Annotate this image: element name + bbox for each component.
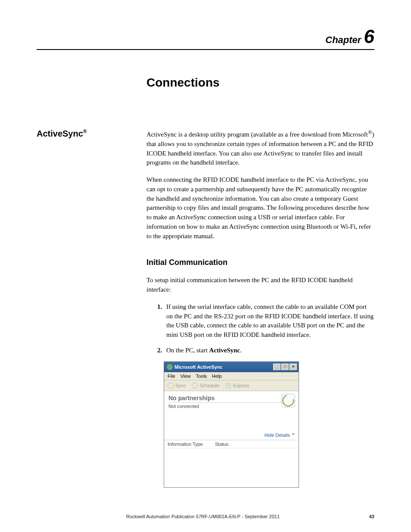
chapter-number: 6 — [364, 26, 374, 47]
close-button[interactable]: × — [290, 364, 297, 370]
window-body: No partnerships Not connected — [164, 391, 299, 432]
body-paragraph-3: To setup initial communication between t… — [146, 276, 374, 295]
window-controls: _ □ × — [273, 364, 297, 370]
details-header: Information Type Status — [164, 440, 299, 448]
menu-help[interactable]: Help — [212, 373, 222, 379]
column-info-type[interactable]: Information Type — [168, 442, 215, 447]
publication-id: Rockwell Automation Publication 57RF-UM0… — [126, 514, 280, 519]
step-item: If using the serial interface cable, con… — [164, 302, 374, 340]
details-panel: Information Type Status — [164, 440, 299, 487]
status-subtitle: Not connected — [168, 404, 294, 409]
chapter-header: Chapter 6 — [37, 26, 374, 50]
maximize-button[interactable]: □ — [281, 364, 289, 370]
page-footer: Rockwell Automation Publication 57RF-UM0… — [37, 514, 374, 519]
column-status[interactable]: Status — [215, 442, 228, 447]
chapter-label: Chapter — [325, 34, 361, 45]
toolbar-sync[interactable]: Sync — [168, 383, 186, 389]
sync-icon — [168, 383, 174, 389]
status-title: No partnerships — [168, 395, 294, 403]
page-number: 43 — [369, 514, 374, 519]
side-heading: ActiveSync® — [37, 128, 134, 139]
side-heading-text: ActiveSync — [37, 129, 83, 138]
menu-file[interactable]: File — [168, 373, 175, 379]
toolbar-explore[interactable]: Explore — [225, 383, 249, 389]
hide-details-link[interactable]: Hide Details ⌃ — [164, 432, 299, 440]
registered-mark: ® — [83, 128, 87, 134]
body-paragraph-2: When connecting the RFID ICODE handheld … — [146, 175, 374, 241]
activesync-logo — [281, 394, 295, 408]
menu-tools[interactable]: Tools — [196, 373, 207, 379]
window-title: Microsoft ActiveSync — [174, 364, 222, 370]
page-title: Connections — [146, 76, 374, 90]
registered-mark: ® — [368, 129, 372, 135]
toolbar-schedule[interactable]: Schedule — [192, 383, 219, 389]
toolbar: Sync Schedule Explore — [164, 380, 299, 391]
steps-list: If using the serial interface cable, con… — [146, 302, 374, 355]
schedule-icon — [192, 383, 198, 389]
activesync-window: Microsoft ActiveSync _ □ × File View Too… — [164, 361, 299, 488]
menu-view[interactable]: View — [181, 373, 191, 379]
menu-bar: File View Tools Help — [164, 372, 299, 380]
activesync-icon — [167, 364, 173, 370]
step-item: On the PC, start ActiveSync. — [164, 346, 374, 355]
body-paragraph-1: ActiveSync is a desktop utility program … — [146, 128, 374, 168]
explore-icon — [225, 383, 231, 389]
details-body — [164, 448, 299, 487]
minimize-button[interactable]: _ — [273, 364, 281, 370]
chevron-up-icon: ⌃ — [291, 432, 295, 438]
window-titlebar[interactable]: Microsoft ActiveSync _ □ × — [164, 362, 299, 372]
subsection-heading: Initial Communication — [146, 258, 374, 267]
